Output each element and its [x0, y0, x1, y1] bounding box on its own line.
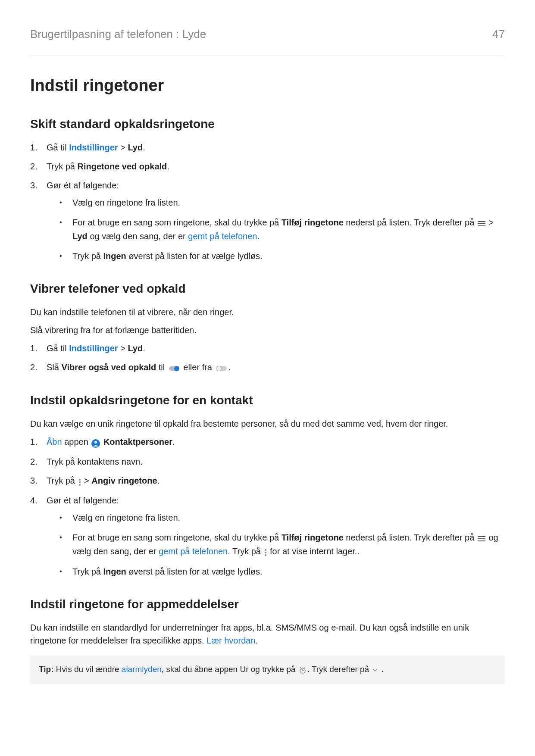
step-item: Tryk på kontaktens navn. [30, 455, 505, 468]
page-number: 47 [492, 26, 505, 43]
svg-point-9 [79, 479, 81, 481]
link-settings[interactable]: Indstillinger [69, 143, 118, 152]
steps-contact-ringtone: Åbn appen Kontaktpersoner. Tryk på konta… [30, 435, 505, 578]
hamburger-icon [478, 217, 485, 230]
svg-point-6 [216, 366, 222, 371]
list-item: For at bruge en sang som ringetone, skal… [47, 531, 505, 558]
steps-vibrate: Gå til Indstillinger > Lyd. Slå Vibrer o… [30, 342, 505, 375]
more-vert-icon [264, 545, 267, 558]
link-stored-on-phone[interactable]: gemt på telefonen [188, 231, 257, 241]
paragraph: Du kan indstille telefonen til at vibrer… [30, 306, 505, 319]
contacts-app-icon [91, 436, 100, 449]
svg-point-4 [174, 366, 179, 371]
list-item: Tryk på Ingen øverst på listen for at væ… [47, 250, 505, 262]
svg-line-22 [304, 667, 305, 668]
step-item: Gå til Indstillinger > Lyd. [30, 342, 505, 355]
list-item: Vælg en ringetone fra listen. [47, 196, 505, 209]
link-settings[interactable]: Indstillinger [69, 344, 118, 353]
hamburger-icon [478, 532, 485, 545]
section-heading-vibrate: Vibrer telefoner ved opkald [30, 280, 505, 298]
chevron-down-icon [372, 664, 378, 676]
step-item: Tryk på > Angiv ringetone. [30, 474, 505, 488]
breadcrumb: Brugertilpasning af telefonen : Lyde [30, 26, 206, 43]
svg-point-15 [265, 549, 266, 551]
step-item: Slå Vibrer også ved opkald til eller fra… [30, 361, 505, 375]
list-item: Tryk på Ingen øverst på listen for at væ… [47, 565, 505, 578]
section-heading-default-ringtone: Skift standard opkaldsringetone [30, 115, 505, 133]
link-alarm-sound[interactable]: alarmlyden [122, 665, 162, 674]
step-item: Tryk på Ringetone ved opkald. [30, 160, 505, 173]
paragraph: Du kan vælge en unik ringetone til opkal… [30, 417, 505, 430]
list-item: Vælg en ringetone fra listen. [47, 511, 505, 524]
svg-point-11 [79, 484, 81, 486]
step-item: Åbn appen Kontaktpersoner. [30, 435, 505, 449]
paragraph: Slå vibrering fra for at forlænge batter… [30, 324, 505, 337]
step-item: Gør ét af følgende: Vælg en ringetone fr… [30, 179, 505, 262]
toggle-on-icon [168, 361, 180, 374]
svg-point-10 [79, 481, 81, 483]
step-item: Gør ét af følgende: Vælg en ringetone fr… [30, 494, 505, 578]
svg-line-21 [300, 667, 301, 668]
link-learn-how[interactable]: Lær hvordan [206, 636, 255, 645]
step-item: Gå til Indstillinger > Lyd. [30, 141, 505, 154]
page-title: Indstil ringetoner [30, 73, 505, 98]
steps-default-ringtone: Gå til Indstillinger > Lyd. Tryk på Ring… [30, 141, 505, 262]
svg-point-16 [265, 552, 266, 553]
section-heading-contact-ringtone: Indstil opkaldsringetone for en kontakt [30, 391, 505, 409]
svg-point-17 [265, 554, 266, 556]
section-heading-app-notifications: Indstil ringetone for appmeddelelser [30, 595, 505, 613]
list-item: For at bruge en sang som ringetone, skal… [47, 216, 505, 243]
toggle-off-icon [216, 361, 228, 374]
paragraph: Du kan indstille en standardlyd for unde… [30, 621, 505, 647]
link-stored-on-phone[interactable]: gemt på telefonen [159, 547, 228, 556]
tip-box: Tip: Hvis du vil ændre alarmlyden, skal … [30, 656, 505, 684]
more-vert-icon [78, 475, 81, 488]
link-open[interactable]: Åbn [47, 437, 62, 447]
page-header: Brugertilpasning af telefonen : Lyde 47 [30, 26, 505, 56]
alarm-clock-icon [299, 664, 307, 676]
svg-point-8 [94, 441, 97, 444]
tip-label: Tip: [39, 665, 53, 674]
